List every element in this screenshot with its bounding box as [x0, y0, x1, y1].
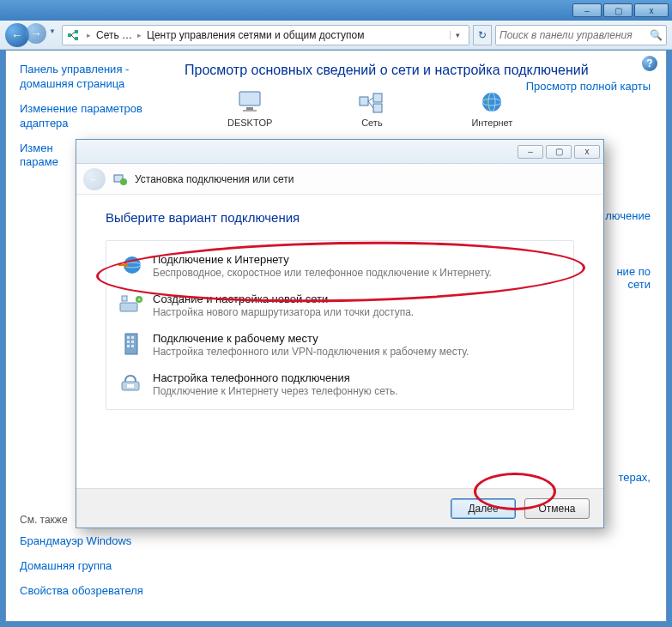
- refresh-button[interactable]: ↻: [473, 25, 492, 45]
- outer-titlebar: – ▢ x: [0, 0, 672, 21]
- router-icon: +: [117, 292, 144, 317]
- option-desc: Настройка телефонного или VPN-подключени…: [153, 346, 469, 358]
- svg-rect-25: [127, 345, 130, 347]
- svg-rect-6: [360, 97, 368, 106]
- sidebar-firewall-link[interactable]: Брандмауэр Windows: [20, 534, 160, 549]
- wizard-icon: [112, 172, 128, 187]
- breadcrumb-sep: ▸: [83, 31, 94, 39]
- svg-point-9: [482, 93, 501, 112]
- address-bar[interactable]: ▸ Сеть … ▸ Центр управления сетями и общ…: [62, 25, 469, 45]
- svg-rect-3: [239, 92, 260, 106]
- page-title: Просмотр основных сведений о сети и наст…: [185, 63, 651, 78]
- help-icon[interactable]: ?: [642, 56, 657, 71]
- svg-rect-24: [131, 341, 134, 343]
- network-topology: DESKTOP Сеть Интернет: [185, 90, 651, 128]
- breadcrumb-network-center[interactable]: Центр управления сетями и общим доступом: [145, 29, 366, 41]
- setup-connection-wizard: – ▢ x ← Установка подключения или сети В…: [76, 139, 604, 528]
- nav-history-dropdown[interactable]: ▼: [46, 23, 58, 40]
- svg-rect-4: [246, 107, 253, 110]
- topo-internet: Интернет: [471, 90, 512, 128]
- next-button[interactable]: Далее: [451, 498, 516, 519]
- monitor-icon: [236, 90, 263, 114]
- wizard-close-button[interactable]: x: [574, 145, 600, 159]
- option-title: Подключение к Интернету: [153, 253, 492, 266]
- wizard-back-button[interactable]: ←: [83, 168, 106, 190]
- option-dialup[interactable]: Настройка телефонного подключения Подклю…: [106, 365, 573, 404]
- globe-icon: [478, 90, 506, 114]
- sidebar-home-link[interactable]: Панель управления - домашняя страница: [20, 63, 160, 92]
- partial-link[interactable]: лючение: [605, 209, 651, 222]
- network-icon: [66, 28, 80, 42]
- network-node-icon: [358, 90, 385, 114]
- svg-rect-2: [75, 37, 78, 40]
- sidebar-homegroup-link[interactable]: Домашняя группа: [20, 559, 160, 574]
- wizard-body: Выберите вариант подключения Подключение…: [76, 195, 603, 488]
- nav-buttons: ← → ▼: [5, 23, 58, 47]
- svg-text:+: +: [137, 297, 141, 303]
- svg-rect-23: [127, 341, 130, 343]
- sidebar-adapter-settings-link[interactable]: Изменение параметров адаптера: [20, 102, 160, 131]
- view-full-map-link[interactable]: Просмотр полной карты: [526, 80, 651, 93]
- option-new-network[interactable]: + Создание и настройка новой сети Настро…: [106, 286, 573, 325]
- breadcrumb-network[interactable]: Сеть …: [94, 29, 134, 41]
- globe-arrow-icon: [117, 253, 144, 277]
- sidebar-internet-options-link[interactable]: Свойства обозревателя: [20, 584, 160, 599]
- search-input[interactable]: [499, 29, 650, 41]
- wizard-header: ← Установка подключения или сети: [76, 164, 603, 195]
- option-desc: Настройка нового маршрутизатора или точк…: [153, 306, 414, 318]
- close-button[interactable]: x: [634, 3, 669, 17]
- wizard-heading: Выберите вариант подключения: [106, 210, 574, 225]
- wizard-title: Установка подключения или сети: [135, 173, 294, 185]
- maximize-button[interactable]: ▢: [603, 3, 633, 17]
- topo-label: Интернет: [471, 118, 512, 128]
- topo-this-pc: DESKTOP: [227, 90, 272, 128]
- svg-rect-1: [75, 30, 78, 33]
- search-box[interactable]: 🔍: [495, 25, 667, 45]
- topo-network: Сеть: [358, 90, 385, 128]
- wizard-maximize-button[interactable]: ▢: [546, 145, 572, 159]
- svg-rect-8: [373, 104, 382, 112]
- phone-modem-icon: [117, 371, 144, 395]
- wizard-footer: Далее Отмена: [76, 488, 603, 528]
- svg-rect-7: [373, 93, 382, 102]
- building-icon: [117, 332, 144, 356]
- partial-link[interactable]: сети: [627, 278, 651, 291]
- option-title: Подключение к рабочему месту: [153, 332, 469, 345]
- svg-point-13: [120, 178, 127, 185]
- svg-rect-28: [127, 384, 134, 388]
- wizard-minimize-button[interactable]: –: [518, 145, 543, 159]
- svg-rect-21: [127, 336, 130, 339]
- topo-label: DESKTOP: [227, 118, 272, 128]
- svg-rect-17: [122, 296, 127, 301]
- partial-link[interactable]: терах,: [618, 471, 651, 484]
- svg-rect-26: [131, 345, 134, 347]
- option-title: Настройка телефонного подключения: [153, 371, 398, 384]
- option-connect-internet[interactable]: Подключение к Интернету Беспроводное, ск…: [106, 246, 573, 286]
- wizard-titlebar: – ▢ x: [76, 140, 603, 164]
- svg-rect-16: [120, 303, 137, 311]
- option-desc: Подключение к Интернету через телефонную…: [153, 385, 398, 397]
- option-desc: Беспроводное, скоростное или телефонное …: [153, 267, 492, 279]
- minimize-button[interactable]: –: [572, 3, 602, 17]
- partial-link[interactable]: ние по: [616, 265, 651, 278]
- navbar: ← → ▼ ▸ Сеть … ▸ Центр управления сетями…: [0, 21, 672, 50]
- option-workplace[interactable]: Подключение к рабочему месту Настройка т…: [106, 325, 573, 365]
- svg-rect-0: [68, 33, 71, 37]
- svg-rect-22: [131, 336, 134, 339]
- option-title: Создание и настройка новой сети: [153, 292, 414, 305]
- address-dropdown[interactable]: ▾: [450, 31, 465, 39]
- cancel-button[interactable]: Отмена: [524, 498, 590, 519]
- search-icon: 🔍: [650, 29, 663, 41]
- svg-rect-5: [243, 110, 257, 112]
- nav-forward-button[interactable]: →: [26, 23, 46, 44]
- connection-options-list: Подключение к Интернету Беспроводное, ск…: [106, 240, 574, 410]
- topo-label: Сеть: [361, 118, 382, 128]
- breadcrumb-sep: ▸: [134, 31, 145, 39]
